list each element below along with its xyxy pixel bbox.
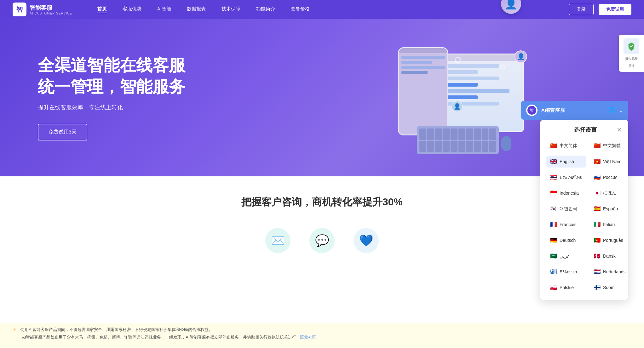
chat-bar-avatar: 智: [526, 105, 538, 116]
jp-label: にほん: [603, 190, 616, 196]
icon-other: 💙: [354, 228, 379, 253]
ar-label: عربي: [560, 254, 570, 259]
lang-zh-simple[interactable]: 🇨🇳 中文简体: [546, 140, 586, 152]
lang-polish[interactable]: 🇵🇱 Polskie: [546, 282, 586, 294]
lang-close-button[interactable]: ✕: [617, 126, 622, 134]
free-trial-button[interactable]: 免费试用: [599, 4, 631, 15]
thai-flag: 🇹🇭: [550, 174, 557, 181]
nav-item-pricing[interactable]: 套餐价格: [291, 6, 310, 13]
lang-indonesian[interactable]: 🇮🇩 Indonesia: [546, 187, 586, 199]
community-link[interactable]: 流量社区: [300, 334, 316, 340]
language-modal: 选择语言 ✕ 🇨🇳 中文简体 🇨🇳 中文繁體 🇬🇧 English 🇻🇳 Việ…: [540, 120, 628, 300]
lang-spanish[interactable]: 🇪🇸 España: [590, 203, 630, 215]
russian-flag: 🇷🇺: [594, 174, 601, 181]
float-avatar-2: 👤: [451, 101, 463, 112]
viet-label: Việt Nam: [603, 159, 622, 164]
lang-japanese[interactable]: 🇯🇵 にほん: [590, 187, 630, 199]
globe-icon[interactable]: 🌐: [608, 107, 615, 114]
float-avatar-1: 👤: [515, 50, 527, 63]
phone-mockup: [398, 47, 448, 135]
keyboard-mockup: [417, 126, 499, 154]
it-label: Italian: [603, 222, 615, 227]
lang-greek[interactable]: 🇬🇷 Ελληνικά: [546, 266, 586, 278]
float-circle-2: [500, 65, 505, 70]
nav-item-advantage[interactable]: 客服优势: [123, 6, 141, 13]
indo-label: Indonesia: [560, 191, 579, 196]
side-widget: 报告风险 举报: [619, 35, 644, 72]
svg-text:智: 智: [530, 108, 534, 112]
notice-text-2: AI智能客服产品禁止用于含有木马、病毒、色情、赌博、诈骗等违法违规业务，一经发现…: [22, 334, 296, 340]
chevron-down-icon[interactable]: ⌄: [618, 107, 623, 114]
brand-sub: AI CUSTOMER SERVICE: [30, 12, 72, 15]
lang-zh-trad[interactable]: 🇨🇳 中文繁體: [590, 140, 630, 152]
dk-flag: 🇩🇰: [594, 253, 601, 260]
es-flag: 🇪🇸: [594, 205, 601, 212]
navbar-actions: 登录 免费试用: [569, 4, 631, 15]
it-flag: 🇮🇹: [594, 221, 601, 228]
lang-dutch[interactable]: 🇳🇱 Nederlands: [590, 266, 630, 278]
notice-text-1: 使用AI智能客服产品期间，不得危害国家安全、泄露国家秘密，不得侵犯国家社会集体和…: [20, 327, 213, 333]
pt-label: Português: [603, 238, 623, 243]
chat-bar-title: AI智能客服: [541, 107, 565, 113]
zh-simple-flag: 🇨🇳: [550, 142, 557, 149]
section2-icons: ✉️ 💬 💙: [265, 228, 379, 253]
lang-modal-title: 选择语言: [554, 126, 617, 134]
lang-modal-header: 选择语言 ✕: [546, 126, 622, 134]
pl-label: Polskie: [560, 285, 574, 290]
section2-title: 把握客户咨询，商机转化率提升30%: [241, 195, 403, 209]
icon-email: ✉️: [265, 228, 290, 253]
main-nav: 首页 客服优势 AI智能 数据报表 技术保障 功能简介 套餐价格: [97, 6, 310, 13]
hero-content: 全渠道智能在线客服 统一管理，智能服务 提升在线客服效率，专注线上转化 免费试用…: [38, 55, 322, 140]
icon-wechat: 💬: [309, 228, 335, 253]
gr-flag: 🇬🇷: [550, 268, 557, 275]
lang-portuguese[interactable]: 🇵🇹 Português: [590, 234, 630, 246]
hero-illustration-wrapper: 👤 👤: [398, 47, 530, 154]
lang-french[interactable]: 🇫🇷 Français: [546, 219, 586, 231]
dk-label: Dansk: [603, 254, 616, 259]
lang-russian[interactable]: 🇷🇺 Россия: [590, 171, 630, 183]
chat-bar[interactable]: 智 AI智能客服 🌐 ⌄: [521, 101, 628, 120]
nav-item-data[interactable]: 数据报表: [187, 6, 206, 13]
zh-trad-label: 中文繁體: [603, 143, 621, 149]
brand-logo[interactable]: 智 智能客服 AI CUSTOMER SERVICE: [13, 3, 72, 16]
login-button[interactable]: 登录: [569, 4, 594, 15]
mouse-mockup: [501, 136, 511, 151]
nav-item-home[interactable]: 首页: [97, 6, 107, 13]
lang-english[interactable]: 🇬🇧 English: [546, 156, 586, 168]
de-flag: 🇩🇪: [550, 237, 557, 244]
hero-cta-button[interactable]: 免费试用3天: [38, 124, 87, 140]
lang-vietnamese[interactable]: 🇻🇳 Việt Nam: [590, 156, 630, 168]
lang-finnish[interactable]: 🇫🇮 Suomi: [590, 282, 630, 294]
kr-label: 대한민국: [560, 206, 577, 212]
lang-grid: 🇨🇳 中文简体 🇨🇳 中文繁體 🇬🇧 English 🇻🇳 Việt Nam 🇹…: [546, 140, 622, 294]
lang-thai[interactable]: 🇹🇭 ประเทศไทย: [546, 171, 586, 183]
navbar: 智 智能客服 AI CUSTOMER SERVICE 首页 客服优势 AI智能 …: [0, 0, 644, 19]
hero-subtitle: 提升在线客服效率，专注线上转化: [38, 104, 322, 111]
zh-trad-flag: 🇨🇳: [594, 142, 601, 149]
pl-flag: 🇵🇱: [550, 284, 557, 291]
gr-label: Ελληνικά: [560, 269, 577, 274]
notice-row-2: AI智能客服产品禁止用于含有木马、病毒、色情、赌博、诈骗等违法违规业务，一经发现…: [13, 334, 631, 340]
jp-flag: 🇯🇵: [594, 190, 601, 197]
fr-flag: 🇫🇷: [550, 221, 557, 228]
chat-floating-avatar: 👤: [501, 0, 521, 14]
lang-german[interactable]: 🇩🇪 Deutsch: [546, 234, 586, 246]
lang-korean[interactable]: 🇰🇷 대한민국: [546, 203, 586, 215]
nl-flag: 🇳🇱: [594, 268, 601, 275]
viet-flag: 🇻🇳: [594, 158, 601, 165]
nav-item-tech[interactable]: 技术保障: [221, 6, 240, 13]
lang-arabic[interactable]: 🇸🇦 عربي: [546, 250, 586, 262]
fr-label: Français: [560, 222, 577, 227]
chat-bar-actions: 🌐 ⌄: [608, 107, 623, 114]
fi-flag: 🇫🇮: [594, 284, 601, 291]
hero-title: 全渠道智能在线客服 统一管理，智能服务: [38, 55, 322, 97]
nav-item-features[interactable]: 功能简介: [256, 6, 275, 13]
de-label: Deutsch: [560, 238, 576, 243]
float-circle-1: [455, 57, 461, 63]
thai-label: ประเทศไทย: [560, 174, 582, 181]
nav-item-ai[interactable]: AI智能: [157, 6, 171, 13]
lang-italian[interactable]: 🇮🇹 Italian: [590, 219, 630, 231]
kr-flag: 🇰🇷: [550, 205, 557, 212]
es-label: España: [603, 206, 618, 211]
lang-danish[interactable]: 🇩🇰 Dansk: [590, 250, 630, 262]
